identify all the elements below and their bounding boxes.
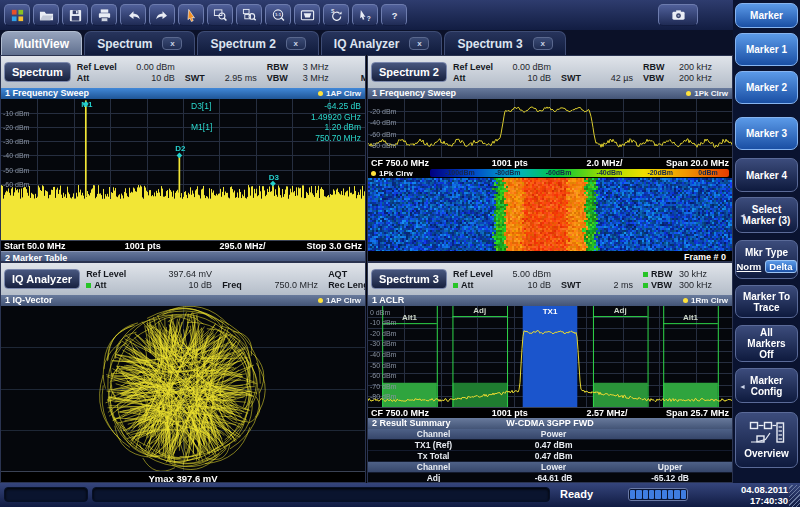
softkey-marker2[interactable]: Marker 2: [735, 71, 798, 104]
status-bar: Ready 04.08.2011 17:40:30: [0, 483, 800, 507]
softkey-mkr-type[interactable]: Mkr Type Norm Delta: [735, 240, 798, 279]
tab-spectrum-label: Spectrum: [97, 37, 152, 51]
window-title-text: 1 Frequency Sweep: [372, 88, 456, 99]
tab-iq-analyzer[interactable]: IQ Analyzer x: [321, 31, 443, 55]
vbw-label: VBW: [643, 280, 679, 290]
att-label: Att: [86, 280, 134, 290]
tab-spectrum[interactable]: Spectrum x: [84, 31, 195, 55]
undo-icon: [126, 8, 141, 23]
overview-flowchart-icon: [749, 421, 785, 445]
ref-level-value: 397.64 mV: [134, 269, 222, 279]
softkey-marker1[interactable]: Marker 1: [735, 33, 798, 66]
toolbar-btn-undo[interactable]: [120, 4, 146, 26]
rbw-label: RBW: [643, 62, 679, 72]
mkr-type-label: Mkr Type: [745, 247, 788, 258]
spectrum3-channel-button[interactable]: Spectrum 3: [371, 269, 447, 289]
softkey-marker4[interactable]: Marker 4: [735, 158, 798, 192]
softkey-select-marker[interactable]: ◄ Select Marker (3): [735, 197, 798, 233]
toolbar-btn-sequencer[interactable]: S: [323, 4, 349, 26]
redo-icon: [155, 8, 170, 23]
spectrum2-header-row1: Ref Level 0.00 dBm RBW 200 kHz: [453, 62, 733, 72]
panel-iq-analyzer: IQ Analyzer Ref Level 397.64 mV AQT 31.2…: [0, 262, 366, 483]
toolbar-btn-help[interactable]: ?: [381, 4, 407, 26]
axis-per-div: 2.0 MHz/: [586, 158, 622, 168]
toolbar-btn-redo[interactable]: [149, 4, 175, 26]
ref-level-label: Ref Level: [86, 269, 134, 279]
ref-level-value: 0.00 dBm: [501, 62, 561, 72]
softkey-marker3[interactable]: Marker 3: [735, 117, 798, 150]
axis-per-div: 2.57 MHz/: [586, 408, 627, 418]
spectrogram-trace-legend: 1Pk Clrw: [371, 168, 413, 178]
softkey-all-markers-off[interactable]: All Markers Off: [735, 325, 798, 362]
iq-header: IQ Analyzer Ref Level 397.64 mV AQT 31.2…: [1, 263, 365, 295]
tab-multiview[interactable]: MultiView: [1, 31, 82, 55]
svg-text:?: ?: [366, 14, 370, 21]
toolbar-btn-select[interactable]: [178, 4, 204, 26]
analyzer-app: 1:1S?? MultiView Spectrum x Spectrum 2 x…: [0, 0, 800, 507]
table-header-row: Channel Power: [368, 429, 732, 440]
spectrum3-header-row2: Att 10 dB SWT 2 ms VBW 300 kHz Mode Auto…: [453, 280, 733, 290]
aclr-graph[interactable]: 0 dBm-10 dBm-20 dBm-30 dBm-40 dBm-50 dBm…: [368, 306, 732, 407]
att-value: 10 dB: [134, 280, 222, 290]
toolbar-btn-windows[interactable]: [4, 4, 30, 26]
att-value: 10 dB: [501, 73, 561, 83]
toolbar-btn-zoom-area[interactable]: [207, 4, 233, 26]
resize-grip: [789, 485, 800, 507]
axis-per-div: 295.0 MHz/: [219, 241, 265, 251]
context-help-icon: ?: [358, 8, 373, 23]
spectrogram-color-scale: -100dBm-80dBm-60dBm-40dBm-20dBm0dBm: [430, 169, 729, 177]
toolbar-btn-context-help[interactable]: ?: [352, 4, 378, 26]
status-green-icon: [643, 272, 648, 277]
spectrum-graph[interactable]: -10 dBm-20 dBm-30 dBm-40 dBm-50 dBm-60 d…: [1, 99, 365, 240]
tab-spectrum2-close-icon[interactable]: x: [286, 37, 306, 50]
svg-text:1:1: 1:1: [274, 12, 281, 17]
rbw-value: 3 MHz: [303, 62, 361, 72]
toolbar-btn-zoom-1-1[interactable]: 1:1: [265, 4, 291, 26]
spectrum2-channel-button[interactable]: Spectrum 2: [371, 62, 447, 82]
panel-spectrum3: Spectrum 3 Ref Level 5.00 dBm RBW 30 kHz…: [367, 262, 733, 483]
spectrum-x-axis: Start 50.0 MHz 1001 pts 295.0 MHz/ Stop …: [1, 240, 365, 251]
toolbar-btn-print[interactable]: [91, 4, 117, 26]
spectrum2-x-axis: CF 750.0 MHz 1001 pts 2.0 MHz/ Span 20.0…: [368, 157, 732, 168]
spectrum-header-row1: Ref Level 0.00 dBm RBW 3 MHz SGL: [77, 62, 366, 72]
toolbar-btn-display[interactable]: [294, 4, 320, 26]
tab-spectrum3[interactable]: Spectrum 3 x: [444, 31, 565, 55]
sequencer-icon: S: [329, 8, 344, 23]
tab-iq-analyzer-label: IQ Analyzer: [334, 37, 400, 51]
axis-points: 1001 pts: [492, 158, 528, 168]
swt-label: SWT: [561, 280, 591, 290]
rbw-value: 30 kHz: [679, 269, 733, 279]
zoom-1-1-icon: 1:1: [271, 8, 286, 23]
tab-spectrum3-close-icon[interactable]: x: [533, 37, 553, 50]
tab-spectrum2[interactable]: Spectrum 2 x: [197, 31, 318, 55]
tab-iq-analyzer-close-icon[interactable]: x: [409, 37, 429, 50]
window-title-text: 1 IQ-Vector: [5, 295, 53, 306]
iq-channel-button[interactable]: IQ Analyzer: [4, 269, 80, 289]
mkr-type-norm-option[interactable]: Norm: [736, 261, 761, 272]
toolbar-btn-save[interactable]: [62, 4, 88, 26]
toolbar-btn-camera[interactable]: [658, 4, 698, 26]
toolbar-btn-zoom-multi[interactable]: [236, 4, 262, 26]
toolbar-btn-open[interactable]: [33, 4, 59, 26]
time-text: 17:40:30: [741, 495, 788, 506]
iq-vector-graph[interactable]: [1, 306, 365, 471]
trace-legend: 1Pk Clrw: [686, 88, 728, 99]
mkr-type-toggle: Norm Delta: [736, 260, 796, 273]
softkey-marker-to-trace[interactable]: Marker To Trace: [735, 285, 798, 318]
softkey-menu-title[interactable]: Marker: [735, 3, 798, 28]
spectrum-channel-button[interactable]: Spectrum: [4, 62, 71, 82]
spectrogram[interactable]: [368, 178, 732, 251]
spectrum2-graph[interactable]: -20 dBm-40 dBm-60 dBm-80 dBm: [368, 99, 732, 157]
overview-button[interactable]: Overview: [735, 412, 798, 468]
marker-table-bar[interactable]: 2 Marker Table: [1, 251, 365, 262]
tab-spectrum-close-icon[interactable]: x: [162, 37, 182, 50]
trace-legend-text: 1AP Clrw: [326, 295, 361, 306]
swt-value: 42 µs: [591, 73, 643, 83]
att-label: Att: [453, 280, 501, 290]
spectrum-header: Spectrum Ref Level 0.00 dBm RBW 3 MHz SG…: [1, 56, 365, 88]
trace-legend: 1AP Clrw: [318, 295, 361, 306]
tab-multiview-label: MultiView: [14, 37, 69, 51]
mkr-type-delta-option[interactable]: Delta: [765, 260, 796, 273]
tab-bar: MultiView Spectrum x Spectrum 2 x IQ Ana…: [0, 30, 733, 55]
softkey-marker-config[interactable]: ◄ Marker Config: [735, 368, 798, 403]
